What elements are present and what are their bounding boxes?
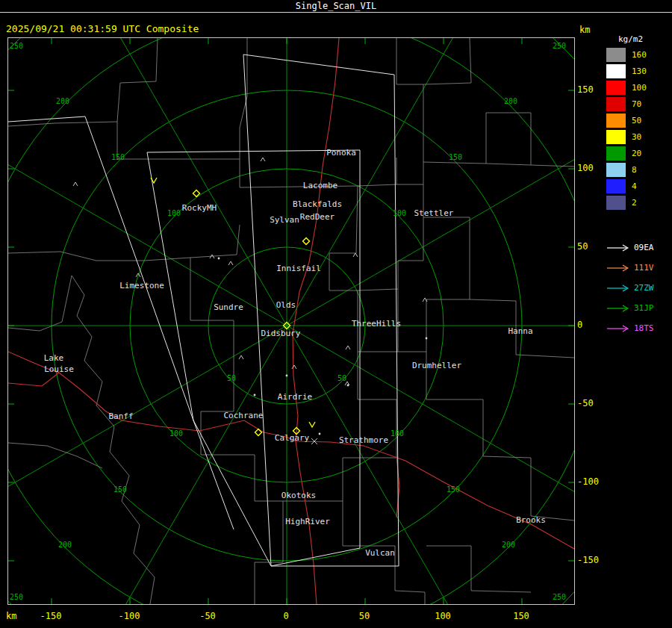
city-label-cochrane: Cochrane xyxy=(224,411,264,420)
colorbar-row: 100 xyxy=(606,79,647,96)
radar-id-label: 111V xyxy=(634,263,654,273)
colorbar-row: 50 xyxy=(606,112,647,128)
city-label-rockymh: RockyMH xyxy=(182,203,217,213)
colorbar-swatch xyxy=(606,196,626,210)
colorbar-swatch xyxy=(606,146,626,161)
colorbar-row: 8 xyxy=(606,161,647,178)
bottom-tick-label: 50 xyxy=(346,611,383,621)
city-label-didsbury: Didsbury xyxy=(261,329,301,338)
colorbar-row: 4 xyxy=(606,178,647,194)
ring-label: 150 xyxy=(447,485,460,494)
right-tick-label: 150 xyxy=(577,84,594,95)
colorbar-swatch xyxy=(606,81,626,95)
colorbar-value: 100 xyxy=(632,83,647,93)
bottom-axis-unit-label: km xyxy=(6,611,16,621)
ring-label: 250 xyxy=(553,42,566,50)
ring-label: 100 xyxy=(169,429,183,438)
colorbar-swatch xyxy=(606,163,626,177)
colorbar-value: 8 xyxy=(632,165,637,175)
radar-id-label: 27ZW xyxy=(634,283,654,293)
right-tick-label: -100 xyxy=(577,476,599,487)
radar-arrow-icon xyxy=(606,304,629,313)
radar-arrow-icon xyxy=(606,264,629,273)
colorbar-row: 130 xyxy=(606,63,647,79)
terrain-markers xyxy=(73,158,427,444)
radar-legend-row: 27ZW xyxy=(606,278,654,298)
city-label-limestone: Limestone xyxy=(119,281,164,290)
radar-map-display[interactable]: 100 150 200 250 100 150 200 250 50 100 1… xyxy=(7,37,575,605)
radar-id-label: 31JP xyxy=(634,303,654,313)
ring-label: 100 xyxy=(391,429,404,438)
radar-id-label: 09EA xyxy=(634,243,654,252)
bottom-tick-label: -150 xyxy=(32,611,69,621)
bottom-tick-label: 100 xyxy=(424,611,461,621)
ring-label: 250 xyxy=(553,593,566,601)
colorbar-row: 2 xyxy=(606,194,647,211)
colorbar-value: 130 xyxy=(632,66,647,76)
colorbar: 160 130 100 70 50 30 20 8 4 2 xyxy=(606,46,647,211)
city-label-olds: Olds xyxy=(276,300,296,310)
radar-arrow-icon xyxy=(606,243,629,252)
colorbar-value: 20 xyxy=(632,149,641,158)
ring-label: 200 xyxy=(58,541,72,549)
right-tick-label: -150 xyxy=(577,555,599,565)
colorbar-swatch xyxy=(606,97,626,111)
right-tick-label: -50 xyxy=(577,398,594,408)
radar-arrow-icon xyxy=(606,284,629,293)
city-label-sundre: Sundre xyxy=(214,302,243,312)
city-label-okotoks: Okotoks xyxy=(281,491,316,500)
colorbar-swatch xyxy=(606,130,626,144)
right-tick-label: 50 xyxy=(577,241,588,252)
colorbar-value: 30 xyxy=(632,132,641,142)
city-label-hanna: Hanna xyxy=(508,326,532,336)
city-label-lacombe: Lacombe xyxy=(303,181,337,190)
right-tick-label: 100 xyxy=(577,163,594,173)
colorbar-swatch xyxy=(606,64,626,78)
colorbar-swatch xyxy=(606,114,626,128)
ring-label: 250 xyxy=(10,593,23,601)
city-label-louise: Louise xyxy=(44,364,74,374)
bottom-tick-label: 150 xyxy=(503,611,540,621)
radar-legend-row: 31JP xyxy=(606,298,654,318)
bottom-tick-label: -100 xyxy=(111,611,148,621)
radar-id-label: 18TS xyxy=(634,323,654,333)
ring-label: 50 xyxy=(337,374,346,382)
window-title: Single_Scan_VIL xyxy=(0,0,672,13)
scan-timestamp: 2025/09/21 00:31:59 UTC Composite xyxy=(6,23,199,34)
colorbar-row: 20 xyxy=(606,145,647,161)
colorbar-row: 160 xyxy=(606,46,647,63)
city-label-sylvan: Sylvan xyxy=(270,215,299,225)
city-label-calgary: Calgary xyxy=(275,433,310,443)
city-label-innisfail: Innisfail xyxy=(276,264,321,273)
city-label-vulcan: Vulcan xyxy=(365,548,395,558)
city-label-banff: Banff xyxy=(108,411,133,421)
ring-label: 100 xyxy=(167,209,181,217)
city-label-stettler: Stettler xyxy=(414,208,454,218)
ring-label: 200 xyxy=(504,97,517,105)
ring-label: 150 xyxy=(113,485,127,494)
colorbar-value: 50 xyxy=(632,116,641,125)
ring-label: 100 xyxy=(393,209,406,217)
city-label-drumheller: Drumheller xyxy=(412,361,462,370)
colorbar-unit-label: kg/m2 xyxy=(618,34,643,44)
colorbar-swatch xyxy=(606,48,626,62)
city-label-strathmore: Strathmore xyxy=(339,435,388,445)
ring-label: 50 xyxy=(227,374,236,382)
ring-label: 250 xyxy=(10,42,23,50)
ring-label: 200 xyxy=(502,541,515,549)
city-label-blackfalds: Blackfalds xyxy=(293,199,342,209)
radar-coverage-outlines xyxy=(8,55,399,566)
colorbar-swatch xyxy=(606,179,626,193)
radar-map-canvas: 100 150 200 250 100 150 200 250 50 100 1… xyxy=(8,38,574,604)
city-label-reddeer: RedDeer xyxy=(300,212,335,222)
ring-label: 150 xyxy=(449,153,462,161)
colorbar-value: 160 xyxy=(632,50,647,60)
city-label-highriver: HighRiver xyxy=(285,517,330,526)
radar-legend-row: 111V xyxy=(606,258,654,278)
ring-label: 150 xyxy=(111,153,125,161)
colorbar-row: 30 xyxy=(606,128,647,145)
city-label-threehills: ThreeHills xyxy=(352,319,401,329)
right-tick-label: 0 xyxy=(577,320,582,330)
radar-legend-row: 18TS xyxy=(606,318,654,338)
colorbar-value: 70 xyxy=(632,99,641,109)
